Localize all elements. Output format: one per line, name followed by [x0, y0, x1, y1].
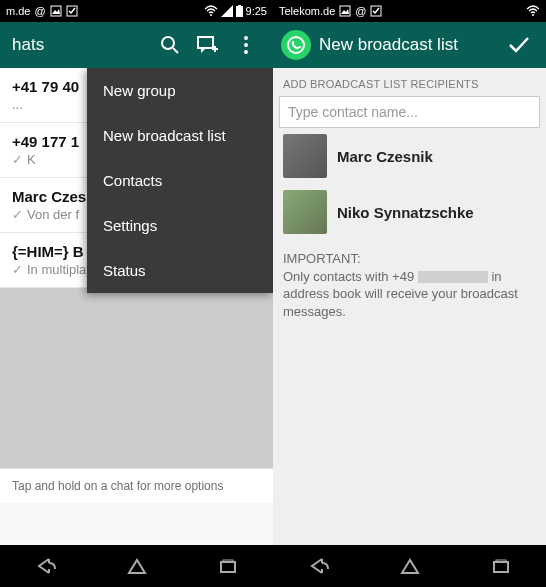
- nav-recent-button[interactable]: [471, 545, 531, 587]
- check-icon: ✓: [12, 152, 23, 167]
- recipient-name: Niko Synnatzschke: [337, 204, 474, 221]
- chat-subtitle: Von der f: [27, 207, 79, 222]
- svg-rect-19: [221, 562, 235, 572]
- svg-point-7: [162, 37, 174, 49]
- svg-rect-29: [494, 562, 508, 572]
- avatar: [283, 134, 327, 178]
- action-bar-chats: hats: [0, 22, 273, 68]
- svg-rect-9: [198, 37, 213, 48]
- screen-title: New broadcast list: [315, 35, 500, 55]
- picture-icon: [50, 5, 62, 17]
- nav-bar-right: [273, 545, 546, 587]
- whatsapp-icon: [286, 35, 306, 55]
- overflow-menu: New group New broadcast list Contacts Se…: [87, 68, 273, 293]
- nav-back-button[interactable]: [289, 545, 349, 587]
- menu-new-group[interactable]: New group: [87, 68, 273, 113]
- list-hint: Tap and hold on a chat for more options: [0, 468, 273, 503]
- svg-marker-22: [341, 9, 349, 14]
- at-icon: @: [34, 5, 45, 17]
- svg-point-25: [288, 37, 304, 53]
- svg-marker-4: [221, 5, 233, 17]
- picture-icon: [339, 5, 351, 17]
- nav-home-button[interactable]: [107, 545, 167, 587]
- note-body-pre: Only contacts with +49: [283, 269, 418, 284]
- check-icon: ✓: [12, 262, 23, 277]
- new-chat-button[interactable]: [189, 22, 227, 68]
- menu-settings[interactable]: Settings: [87, 203, 273, 248]
- menu-contacts[interactable]: Contacts: [87, 158, 273, 203]
- svg-marker-28: [402, 560, 418, 573]
- svg-marker-1: [52, 9, 60, 14]
- recent-icon: [218, 557, 238, 575]
- chats-screen: m.de @ 9:25 hats: [0, 0, 273, 587]
- new-broadcast-screen: Telekom.de @ New broadcast list ADD BROA…: [273, 0, 546, 587]
- home-icon: [400, 557, 420, 575]
- at-icon: @: [355, 5, 366, 17]
- contact-name-input[interactable]: Type contact name...: [279, 96, 540, 128]
- back-icon: [35, 557, 57, 575]
- nav-home-button[interactable]: [380, 545, 440, 587]
- check-icon: ✓: [12, 207, 23, 222]
- nav-back-button[interactable]: [16, 545, 76, 587]
- avatar: [283, 190, 327, 234]
- check-box-icon: [370, 5, 382, 17]
- status-bar-left: m.de @ 9:25: [0, 0, 273, 22]
- wifi-icon: [526, 5, 540, 17]
- info-note: IMPORTANT: Only contacts with +49 in add…: [273, 240, 546, 320]
- overflow-icon: [244, 36, 248, 54]
- new-chat-icon: [197, 35, 219, 55]
- status-bar-right: Telekom.de @: [273, 0, 546, 22]
- confirm-button[interactable]: [500, 22, 538, 68]
- section-label: ADD BROADCAST LIST RECIPIENTS: [273, 68, 546, 96]
- back-icon: [308, 557, 330, 575]
- redacted-number: [418, 271, 488, 283]
- menu-status[interactable]: Status: [87, 248, 273, 293]
- chat-subtitle: ...: [12, 97, 23, 112]
- recent-icon: [491, 557, 511, 575]
- chat-subtitle: K: [27, 152, 36, 167]
- check-icon: [507, 35, 531, 55]
- nav-recent-button[interactable]: [198, 545, 258, 587]
- svg-marker-18: [129, 560, 145, 573]
- overflow-menu-button[interactable]: [227, 22, 265, 68]
- svg-point-13: [244, 36, 248, 40]
- svg-point-24: [532, 14, 534, 16]
- broadcast-content: ADD BROADCAST LIST RECIPIENTS Type conta…: [273, 68, 546, 545]
- svg-point-15: [244, 50, 248, 54]
- recipient-row[interactable]: Niko Synnatzschke: [273, 184, 546, 240]
- check-box-icon: [66, 5, 78, 17]
- search-button[interactable]: [151, 22, 189, 68]
- carrier-text: Telekom.de: [279, 5, 335, 17]
- carrier-text: m.de: [6, 5, 30, 17]
- action-bar-broadcast: New broadcast list: [273, 22, 546, 68]
- chat-list: +41 79 40 ... +49 177 1 ✓K Marc Czes ✓Vo…: [0, 68, 273, 545]
- nav-bar-left: [0, 545, 273, 587]
- svg-point-3: [210, 14, 212, 16]
- note-important: IMPORTANT:: [283, 251, 361, 266]
- menu-new-broadcast-list[interactable]: New broadcast list: [87, 113, 273, 158]
- screen-title: hats: [8, 35, 151, 55]
- recipient-row[interactable]: Marc Czesnik: [273, 128, 546, 184]
- svg-point-14: [244, 43, 248, 47]
- home-icon: [127, 557, 147, 575]
- svg-marker-10: [201, 48, 206, 53]
- signal-icon: [221, 5, 233, 17]
- whatsapp-logo: [281, 30, 311, 60]
- svg-rect-6: [238, 5, 241, 6]
- wifi-icon: [204, 5, 218, 17]
- recipient-name: Marc Czesnik: [337, 148, 433, 165]
- clock-text: 9:25: [246, 5, 267, 17]
- battery-icon: [236, 5, 243, 17]
- svg-rect-5: [236, 6, 243, 17]
- svg-line-8: [173, 48, 178, 53]
- search-icon: [160, 35, 180, 55]
